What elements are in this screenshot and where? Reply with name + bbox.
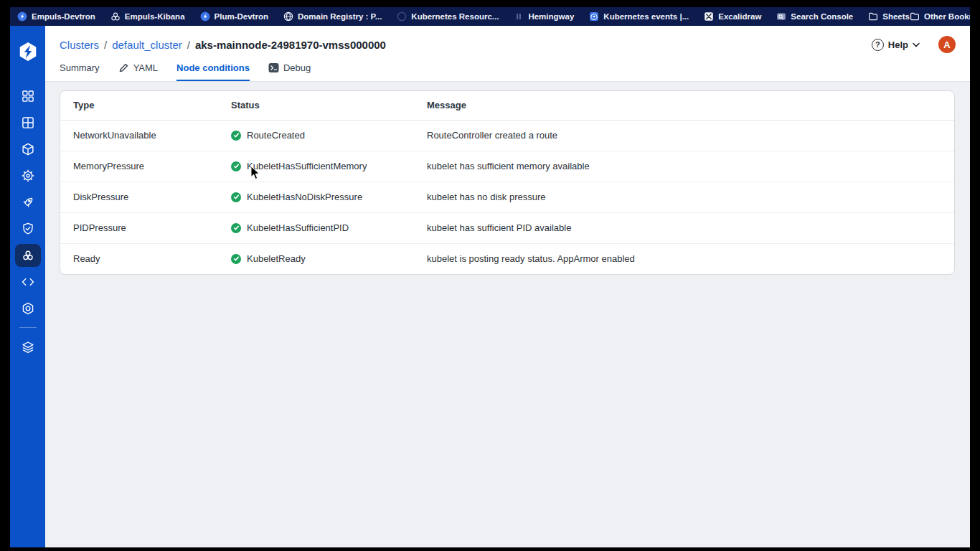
sidebar-item-stack-manager[interactable]	[15, 334, 41, 360]
cell-type: PIDPressure	[60, 212, 218, 243]
column-header-message: Message	[414, 91, 954, 120]
node-conditions-content: Type Status Message NetworkUnavailable R…	[45, 82, 970, 547]
sidebar-item-jobs[interactable]	[15, 189, 41, 215]
bookmark-label: Excalidraw	[718, 12, 761, 21]
cell-message: kubelet has no disk pressure	[414, 182, 954, 212]
bookmark-label: Empuls-Kibana	[125, 12, 185, 21]
chevron-down-icon	[913, 42, 920, 47]
sidebar-divider	[19, 327, 37, 328]
globe-icon	[283, 11, 293, 22]
cell-message: RouteController created a route	[414, 120, 954, 151]
help-question-icon: ?	[872, 39, 884, 51]
shield-check-icon	[21, 222, 35, 236]
sidebar-item-settings[interactable]	[15, 295, 41, 321]
search-console-icon	[776, 11, 786, 22]
table-row: DiskPressure KubeletHasNoDiskPressure ku…	[60, 182, 954, 212]
bookmark-excalidraw[interactable]: Excalidraw	[704, 11, 761, 22]
cell-message: kubelet is posting ready status. AppArmo…	[414, 243, 954, 274]
cell-type: DiskPressure	[60, 182, 218, 212]
bookmarks-bar: Empuls-Devtron Empuls-Kibana Plum-Devtro…	[10, 7, 970, 26]
pause-bars-icon	[514, 11, 524, 22]
node-conditions-table: Type Status Message NetworkUnavailable R…	[60, 91, 954, 274]
tab-label: Debug	[283, 62, 311, 73]
status-ok-icon	[231, 254, 241, 264]
bookmark-kubernetes-resources[interactable]: Kubernetes Resourc...	[397, 11, 499, 22]
breadcrumb-separator: /	[187, 39, 190, 51]
devtron-badge-icon	[17, 11, 27, 22]
bookmark-label: Hemingway	[528, 12, 574, 21]
sidebar-item-helm[interactable]	[15, 162, 41, 189]
bookmark-label: Sheets	[882, 12, 910, 21]
bookmark-hemingway[interactable]: Hemingway	[514, 11, 574, 22]
cell-status: KubeletHasNoDiskPressure	[247, 192, 362, 202]
bookmark-plum-devtron[interactable]: Plum-Devtron	[200, 11, 268, 22]
sidebar-item-chart-store[interactable]	[15, 136, 41, 162]
bookmark-search-console[interactable]: Search Console	[776, 11, 853, 22]
table-row: MemoryPressure KubeletHasSufficientMemor…	[60, 151, 954, 182]
layers-stack-icon	[21, 340, 35, 354]
bookmark-label: Empuls-Devtron	[32, 12, 95, 21]
bookmark-empuls-kibana[interactable]: Empuls-Kibana	[110, 11, 185, 22]
bookmark-kubernetes-events[interactable]: Kubernetes events |...	[589, 11, 689, 22]
breadcrumb: Clusters / default_cluster / aks-mainnod…	[60, 39, 386, 51]
tab-yaml[interactable]: YAML	[118, 62, 158, 81]
table-header-row: Type Status Message	[60, 91, 954, 120]
page-header: Clusters / default_cluster / aks-mainnod…	[45, 26, 970, 82]
status-ok-icon	[231, 131, 241, 141]
bookmark-label: Kubernetes Resourc...	[411, 12, 499, 21]
tab-label: Node conditions	[176, 62, 250, 73]
folder-icon	[910, 11, 920, 22]
sidebar-item-resource-browser[interactable]	[15, 268, 41, 295]
breadcrumb-clusters[interactable]: Clusters	[60, 39, 99, 51]
bookmark-sheets[interactable]: Sheets	[868, 11, 910, 22]
avatar[interactable]: A	[938, 36, 956, 53]
devtron-logo[interactable]	[17, 41, 39, 62]
kibana-circles-icon	[110, 11, 121, 22]
sidebar	[10, 26, 45, 547]
cell-type: MemoryPressure	[60, 151, 218, 182]
bookmark-label: Plum-Devtron	[215, 12, 268, 21]
tab-summary[interactable]: Summary	[60, 62, 100, 81]
tab-label: YAML	[133, 62, 158, 73]
help-label: Help	[888, 39, 908, 50]
tab-label: Summary	[60, 62, 100, 73]
sidebar-item-app-groups[interactable]	[15, 109, 41, 136]
letterbox-bottom	[0, 547, 980, 551]
cell-type: NetworkUnavailable	[60, 120, 218, 151]
gear-icon	[21, 301, 35, 316]
breadcrumb-cluster-name[interactable]: default_cluster	[112, 39, 182, 51]
browser-viewport: Empuls-Devtron Empuls-Kibana Plum-Devtro…	[10, 7, 970, 547]
status-ok-icon	[231, 192, 241, 202]
column-header-type: Type	[60, 91, 218, 120]
cell-status: KubeletHasSufficientMemory	[247, 161, 367, 171]
sidebar-item-security[interactable]	[15, 215, 41, 242]
apps-grid-icon	[21, 89, 35, 103]
code-brackets-icon	[21, 275, 35, 289]
sidebar-item-clusters[interactable]	[15, 244, 41, 267]
tab-node-conditions[interactable]: Node conditions	[176, 62, 250, 81]
help-button[interactable]: ? Help	[872, 39, 920, 51]
devtron-badge-icon	[200, 11, 210, 22]
rocket-icon	[21, 195, 35, 209]
letterbox-left	[0, 7, 10, 547]
pencil-icon	[118, 62, 129, 73]
cell-status: KubeletHasSufficientPID	[247, 222, 349, 233]
breadcrumb-separator: /	[104, 39, 107, 51]
sidebar-item-applications[interactable]	[15, 83, 41, 109]
terminal-icon	[268, 62, 279, 73]
bookmark-empuls-devtron[interactable]: Empuls-Devtron	[17, 11, 95, 22]
breadcrumb-node-name: aks-mainnode-24981970-vmss000000	[195, 39, 386, 51]
letterbox-top	[0, 0, 980, 7]
cell-message: kubelet has sufficient PID available	[414, 212, 954, 243]
bookmark-label: Kubernetes events |...	[603, 12, 689, 21]
bookmark-domain-registry[interactable]: Domain Registry : P...	[283, 11, 382, 22]
app-window-grid-icon	[21, 116, 35, 130]
table-row: PIDPressure KubeletHasSufficientPID kube…	[60, 212, 954, 243]
cell-message: kubelet has sufficient memory available	[414, 151, 954, 182]
cell-status: RouteCreated	[247, 130, 305, 141]
table-row: Ready KubeletReady kubelet is posting re…	[60, 243, 954, 274]
kubernetes-badge-icon	[589, 11, 599, 22]
main-area: Clusters / default_cluster / aks-mainnod…	[45, 26, 970, 547]
tab-debug[interactable]: Debug	[268, 62, 311, 81]
sidebar-nav	[15, 83, 41, 360]
